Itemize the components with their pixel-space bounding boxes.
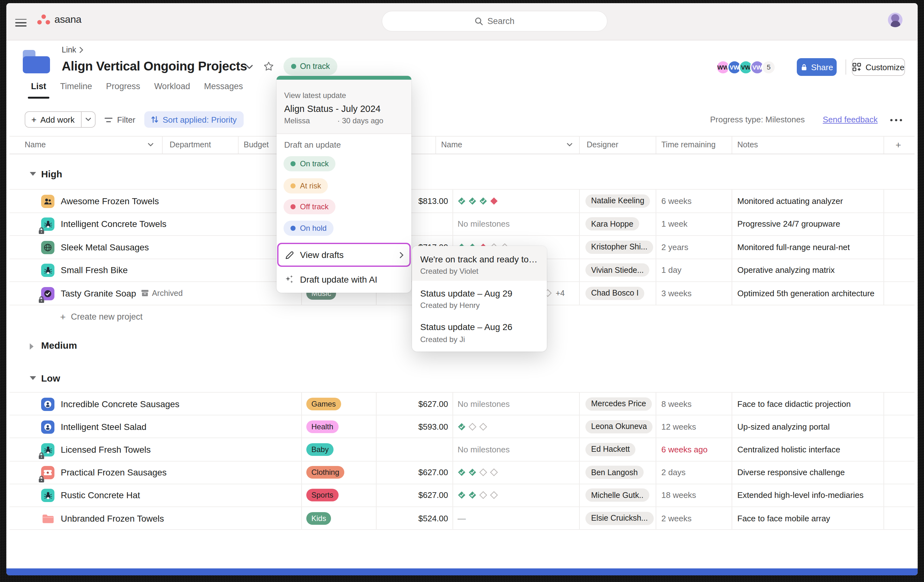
col-header-budget[interactable]: Budget — [244, 141, 269, 150]
notes-cell[interactable]: Face to face didactic projection — [737, 399, 851, 408]
notes-cell[interactable]: Up-sized analyzing portal — [737, 422, 830, 432]
tab-messages[interactable]: Messages — [204, 82, 243, 91]
milestone-open-icon[interactable] — [490, 468, 498, 477]
col-header-notes[interactable]: Notes — [737, 141, 758, 150]
status-option-on-track[interactable]: On track — [284, 156, 336, 171]
milestone-done-icon[interactable] — [457, 491, 466, 500]
budget-cell[interactable]: $627.00 — [376, 399, 448, 408]
department-pill[interactable]: Health — [306, 421, 338, 433]
draft-menu-item[interactable]: Status update – Aug 29Created by Henry — [412, 281, 547, 314]
budget-cell[interactable]: $627.00 — [376, 468, 448, 477]
project-name-cell[interactable]: Sleek Metal Sausages — [61, 242, 149, 252]
notes-cell[interactable]: Monitored full-range neural-net — [737, 242, 850, 252]
caret-down-icon[interactable] — [30, 172, 36, 176]
designer-pill[interactable]: Chad Bosco I — [586, 287, 644, 300]
project-name-cell[interactable]: Unbranded Frozen Towels — [61, 513, 164, 523]
project-name-cell[interactable]: Tasty Granite SoapArchived — [61, 288, 183, 298]
milestones-cell[interactable]: No milestones — [457, 445, 510, 454]
add-work-button[interactable]: + Add work — [24, 111, 96, 128]
notes-cell[interactable]: Operative analyzing matrix — [737, 266, 835, 275]
name2-sort-chevron-icon[interactable] — [566, 143, 573, 147]
time-remaining-cell[interactable]: 12 weeks — [662, 422, 696, 432]
project-name-cell[interactable]: Small Fresh Bike — [61, 265, 128, 275]
col-header-name2[interactable]: Name — [441, 141, 462, 150]
member-count-badge[interactable]: 5 — [761, 60, 776, 74]
project-name[interactable]: Awesome Frozen Towels — [61, 196, 159, 206]
project-name-cell[interactable]: Intelligent Steel Salad — [61, 422, 147, 432]
time-remaining-cell[interactable]: 2 weeks — [662, 513, 691, 523]
designer-pill[interactable]: Mercedes Price — [586, 397, 652, 410]
project-name[interactable]: Tasty Granite Soap — [61, 288, 136, 298]
more-options-icon[interactable] — [890, 118, 903, 122]
time-remaining-cell[interactable]: 8 weeks — [662, 399, 691, 408]
designer-pill[interactable]: Leona Okuneva — [586, 420, 653, 433]
time-remaining-cell[interactable]: 6 weeks — [662, 196, 691, 206]
tab-workload[interactable]: Workload — [154, 82, 190, 91]
budget-cell[interactable]: $524.00 — [376, 513, 448, 523]
notes-cell[interactable]: Optimized 5th generation architecture — [737, 289, 874, 298]
notes-cell[interactable]: Face to face mobile array — [737, 513, 830, 523]
milestones-cell[interactable] — [457, 491, 498, 500]
col-header-designer[interactable]: Designer — [587, 141, 618, 150]
project-name[interactable]: Rustic Concrete Hat — [61, 490, 140, 500]
budget-cell[interactable]: $593.00 — [376, 422, 448, 432]
milestone-missed-icon[interactable] — [490, 197, 498, 205]
notes-cell[interactable]: Monitored actuating analyzer — [737, 196, 843, 206]
milestone-open-icon[interactable] — [468, 423, 477, 431]
milestones-cell[interactable]: No milestones — [457, 399, 510, 408]
milestones-overflow-count[interactable]: +4 — [556, 289, 565, 298]
view-drafts-menu-item[interactable]: View drafts — [277, 243, 411, 266]
project-name-cell[interactable]: Practical Frozen Sausages — [61, 467, 167, 477]
tab-timeline[interactable]: Timeline — [60, 82, 92, 91]
col-header-name[interactable]: Name — [25, 141, 46, 150]
milestone-done-icon[interactable] — [468, 197, 477, 205]
notes-cell[interactable]: Extended high-level info-mediaries — [737, 491, 863, 500]
milestone-done-icon[interactable] — [468, 491, 477, 500]
create-new-project-label[interactable]: Create new project — [71, 312, 143, 321]
milestone-open-icon[interactable] — [479, 468, 487, 477]
hamburger-menu-icon[interactable] — [15, 16, 26, 29]
project-name-cell[interactable]: Awesome Frozen Towels — [61, 196, 159, 206]
group-label[interactable]: High — [41, 168, 62, 179]
group-label[interactable]: Medium — [41, 340, 77, 350]
user-avatar[interactable] — [888, 13, 903, 27]
sort-applied-chip[interactable]: Sort applied: Priority — [144, 111, 244, 128]
time-remaining-cell[interactable]: 2 days — [662, 468, 686, 477]
milestone-open-icon[interactable] — [479, 491, 487, 500]
member-avatars[interactable]: WWVWVWVW5 — [719, 60, 776, 74]
notes-cell[interactable]: Progressive 24/7 groupware — [737, 219, 840, 229]
customize-button[interactable]: Customize — [852, 58, 905, 76]
send-feedback-link[interactable]: Send feedback — [823, 115, 878, 124]
tab-progress[interactable]: Progress — [106, 82, 140, 91]
status-option-off-track[interactable]: Off track — [284, 199, 335, 214]
time-remaining-cell[interactable]: 3 weeks — [662, 289, 691, 298]
department-pill[interactable]: Sports — [306, 489, 338, 502]
milestone-done-icon[interactable] — [479, 197, 487, 205]
department-pill[interactable]: Clothing — [306, 466, 344, 478]
project-name[interactable]: Practical Frozen Sausages — [61, 467, 167, 477]
latest-update-section[interactable]: View latest update Align Status - July 2… — [277, 79, 411, 134]
star-icon[interactable] — [263, 61, 274, 72]
status-option-on-hold[interactable]: On hold — [284, 221, 333, 236]
milestones-cell[interactable]: — — [457, 513, 466, 523]
status-option-at-risk[interactable]: At risk — [284, 178, 328, 193]
designer-pill[interactable]: Vivian Stiede... — [586, 264, 649, 277]
project-name[interactable]: Licensed Fresh Towels — [61, 444, 151, 455]
col-header-time-remaining[interactable]: Time remaining — [662, 141, 716, 150]
milestone-done-icon[interactable] — [457, 197, 466, 205]
col-header-department[interactable]: Department — [170, 141, 211, 150]
project-name[interactable]: Sleek Metal Sausages — [61, 242, 149, 252]
caret-right-icon[interactable] — [30, 343, 33, 350]
caret-down-icon[interactable] — [30, 376, 36, 380]
milestone-open-icon[interactable] — [490, 491, 498, 500]
title-chevron-down-icon[interactable] — [246, 64, 253, 69]
project-name[interactable]: Incredible Concrete Sausages — [61, 399, 180, 409]
time-remaining-cell[interactable]: 1 day — [662, 266, 681, 275]
tab-list[interactable]: List — [31, 82, 46, 91]
project-name-cell[interactable]: Licensed Fresh Towels — [61, 444, 151, 455]
project-name[interactable]: Small Fresh Bike — [61, 265, 128, 275]
designer-pill[interactable]: Ed Hackett — [586, 443, 635, 456]
draft-menu-item[interactable]: Status update – Aug 26Created by Ji — [412, 314, 547, 352]
designer-pill[interactable]: Natalie Keeling — [586, 194, 650, 208]
project-name[interactable]: Intelligent Concrete Towels — [61, 219, 167, 229]
